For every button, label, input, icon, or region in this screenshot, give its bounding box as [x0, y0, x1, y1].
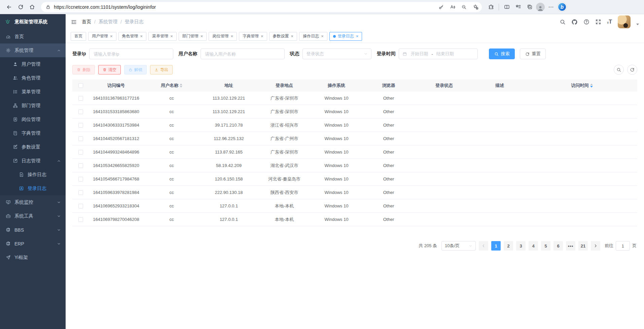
unlock-button[interactable]: 解锁: [124, 65, 147, 74]
sidebar-item-user-mgmt[interactable]: 用户管理: [0, 57, 66, 71]
split-screen-icon[interactable]: [502, 2, 512, 12]
tab-close-icon[interactable]: ×: [230, 34, 233, 38]
sidebar-item-bbs[interactable]: BBS: [0, 223, 66, 237]
tab-operation-log[interactable]: 操作日志×: [299, 32, 327, 41]
sidebar-item-dict-mgmt[interactable]: 字典管理: [0, 126, 66, 140]
tab-close-icon[interactable]: ×: [110, 34, 113, 38]
login-ip-input[interactable]: [89, 48, 173, 59]
tab-close-icon[interactable]: ×: [170, 34, 173, 38]
sidebar-item-system-mgmt[interactable]: 系统管理: [0, 43, 66, 57]
browser-menu-icon[interactable]: ⋯: [546, 2, 556, 12]
zoom-out-icon[interactable]: [460, 3, 468, 11]
extensions-icon[interactable]: [486, 2, 496, 12]
tab-dict-mgmt[interactable]: 字典管理×: [239, 32, 267, 41]
tab-close-icon[interactable]: ×: [321, 34, 324, 38]
font-size-icon[interactable]: тT: [607, 19, 612, 25]
status-select[interactable]: 登录状态: [302, 48, 371, 59]
tab-login-log[interactable]: 登录日志×: [329, 32, 362, 41]
password-key-icon[interactable]: [437, 3, 445, 11]
tab-menu-mgmt[interactable]: 菜单管理×: [148, 32, 177, 41]
col-user-name[interactable]: 用户名称: [143, 83, 200, 89]
collections-icon[interactable]: [525, 2, 535, 12]
read-aloud-icon[interactable]: [448, 3, 457, 11]
page-button-1[interactable]: 1: [491, 241, 501, 251]
favorites-bar-icon[interactable]: [513, 2, 523, 12]
col-time[interactable]: 访问时间: [527, 83, 637, 89]
date-range-picker[interactable]: 开始日期 - 结束日期: [399, 48, 478, 59]
date-end-placeholder[interactable]: 结束日期: [436, 51, 454, 57]
tab-close-icon[interactable]: ×: [140, 34, 143, 38]
page-button-5[interactable]: 5: [541, 241, 550, 251]
page-button-3[interactable]: 3: [516, 241, 526, 251]
breadcrumb-system-mgmt[interactable]: 系统管理: [99, 19, 117, 25]
row-checkbox[interactable]: [78, 177, 83, 182]
more-pages-button[interactable]: •••: [566, 241, 575, 251]
delete-button[interactable]: 删除: [72, 65, 95, 74]
tab-post-mgmt[interactable]: 岗位管理×: [209, 32, 237, 41]
sidebar-item-login-log[interactable]: 登录日志: [0, 182, 66, 195]
fullscreen-icon[interactable]: [595, 19, 601, 25]
sidebar-item-dept-mgmt[interactable]: 部门管理: [0, 99, 66, 112]
user-name-input[interactable]: [201, 48, 285, 59]
sidebar-item-system-tools[interactable]: 系统工具: [0, 209, 66, 223]
tab-close-icon[interactable]: ×: [261, 34, 263, 38]
tab-close-icon[interactable]: ×: [201, 34, 203, 38]
sort-carets-icon[interactable]: [180, 84, 182, 88]
export-button[interactable]: 导出: [150, 65, 173, 74]
tab-dept-mgmt[interactable]: 部门管理×: [179, 32, 207, 41]
help-icon[interactable]: [583, 19, 589, 25]
header-search-icon[interactable]: [560, 19, 566, 25]
search-button[interactable]: 搜索: [489, 48, 515, 59]
copilot-icon[interactable]: b: [558, 2, 567, 11]
page-size-select[interactable]: 10条/页: [441, 241, 476, 251]
sidebar-fold-icon[interactable]: [71, 19, 77, 25]
browser-back-icon[interactable]: [4, 2, 14, 12]
page-button-6[interactable]: 6: [553, 241, 563, 251]
row-checkbox[interactable]: [78, 204, 83, 208]
reset-button[interactable]: 重置: [520, 48, 546, 59]
site-lock-icon[interactable]: [45, 3, 51, 11]
sidebar-item-param-settings[interactable]: 参数设置: [0, 140, 66, 154]
page-button-4[interactable]: 4: [529, 241, 538, 251]
breadcrumb-home[interactable]: 首页: [82, 19, 91, 25]
address-bar[interactable]: https://ccnetcore.com:1101/system/log/lo…: [41, 2, 482, 12]
sidebar-item-home[interactable]: 首页: [0, 30, 66, 43]
favorite-star-icon[interactable]: [471, 3, 480, 11]
url-text[interactable]: https://ccnetcore.com:1101/system/log/lo…: [54, 4, 434, 10]
browser-refresh-icon[interactable]: [15, 2, 26, 12]
row-checkbox[interactable]: [78, 150, 83, 155]
sidebar-item-erp[interactable]: ERP: [0, 237, 66, 251]
sidebar-item-post-mgmt[interactable]: 岗位管理: [0, 112, 66, 126]
next-page-button[interactable]: [591, 241, 600, 251]
toggle-search-button[interactable]: [614, 65, 624, 75]
sidebar-item-role-mgmt[interactable]: 角色管理: [0, 71, 66, 85]
sidebar-item-menu-mgmt[interactable]: 菜单管理: [0, 85, 66, 99]
page-button-2[interactable]: 2: [504, 241, 513, 251]
tab-param-settings[interactable]: 参数设置×: [269, 32, 297, 41]
app-logo[interactable]: 意框架管理系统: [0, 14, 66, 30]
tab-home[interactable]: 首页: [71, 32, 86, 41]
row-checkbox[interactable]: [78, 217, 83, 222]
refresh-table-button[interactable]: [627, 65, 637, 75]
sidebar-item-operation-log[interactable]: 操作日志: [0, 168, 66, 182]
sort-carets-icon[interactable]: [590, 84, 593, 88]
prev-page-button[interactable]: [479, 241, 488, 251]
row-checkbox[interactable]: [78, 123, 83, 128]
page-button-21[interactable]: 21: [578, 241, 588, 251]
row-checkbox[interactable]: [78, 109, 83, 114]
tab-user-mgmt[interactable]: 用户管理×: [88, 32, 116, 41]
select-all-checkbox[interactable]: [78, 83, 83, 88]
browser-home-icon[interactable]: [27, 2, 37, 12]
sidebar-item-system-monitor[interactable]: 系统监控: [0, 195, 66, 209]
row-checkbox[interactable]: [78, 190, 83, 195]
clear-button[interactable]: 清空: [98, 65, 121, 74]
sidebar-item-yi-framework[interactable]: Yi框架: [0, 251, 66, 264]
tab-close-icon[interactable]: ×: [356, 34, 359, 38]
row-checkbox[interactable]: [78, 136, 83, 141]
goto-page-input[interactable]: [616, 241, 630, 251]
row-checkbox[interactable]: [78, 163, 83, 168]
browser-profile-avatar[interactable]: [536, 3, 545, 11]
github-icon[interactable]: [571, 19, 578, 25]
tab-role-mgmt[interactable]: 角色管理×: [118, 32, 147, 41]
row-checkbox[interactable]: [78, 96, 83, 101]
